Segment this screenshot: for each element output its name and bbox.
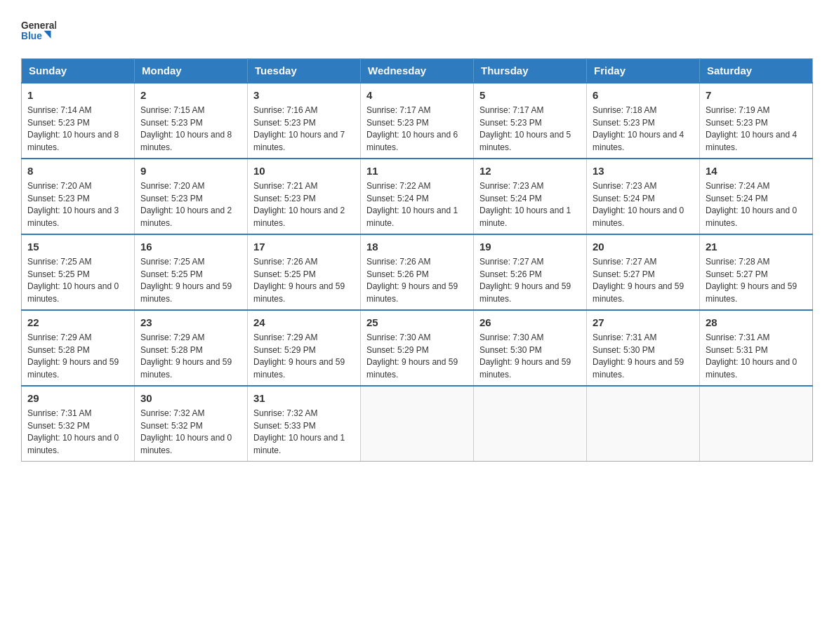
day-info: Sunrise: 7:20 AMSunset: 5:23 PMDaylight:… [140,181,232,228]
day-info: Sunrise: 7:20 AMSunset: 5:23 PMDaylight:… [27,181,119,228]
day-info: Sunrise: 7:22 AMSunset: 5:24 PMDaylight:… [366,181,458,228]
calendar-cell: 28 Sunrise: 7:31 AMSunset: 5:31 PMDaylig… [700,310,813,386]
calendar-cell: 6 Sunrise: 7:18 AMSunset: 5:23 PMDayligh… [587,83,700,159]
day-info: Sunrise: 7:32 AMSunset: 5:32 PMDaylight:… [140,408,232,455]
calendar-week-row: 22 Sunrise: 7:29 AMSunset: 5:28 PMDaylig… [22,310,813,386]
day-number: 17 [253,239,355,254]
column-header-saturday: Saturday [700,59,813,83]
day-number: 15 [27,239,128,254]
day-number: 31 [253,391,355,405]
column-header-wednesday: Wednesday [361,59,474,83]
day-number: 24 [253,315,355,330]
day-info: Sunrise: 7:31 AMSunset: 5:31 PMDaylight:… [706,333,797,380]
day-info: Sunrise: 7:27 AMSunset: 5:27 PMDaylight:… [593,257,684,304]
day-number: 21 [706,239,807,254]
day-number: 3 [253,88,355,102]
calendar-cell: 25 Sunrise: 7:30 AMSunset: 5:29 PMDaylig… [361,310,474,386]
calendar-cell: 23 Sunrise: 7:29 AMSunset: 5:28 PMDaylig… [135,310,248,386]
day-number: 22 [27,315,128,330]
calendar-cell [474,386,587,462]
day-info: Sunrise: 7:18 AMSunset: 5:23 PMDaylight:… [593,105,684,152]
day-info: Sunrise: 7:17 AMSunset: 5:23 PMDaylight:… [479,105,571,152]
day-info: Sunrise: 7:21 AMSunset: 5:23 PMDaylight:… [253,181,345,228]
day-info: Sunrise: 7:27 AMSunset: 5:26 PMDaylight:… [479,257,571,304]
column-header-monday: Monday [135,59,248,83]
calendar-cell: 17 Sunrise: 7:26 AMSunset: 5:25 PMDaylig… [248,234,361,310]
day-info: Sunrise: 7:14 AMSunset: 5:23 PMDaylight:… [27,105,119,152]
day-number: 2 [140,88,241,102]
day-info: Sunrise: 7:28 AMSunset: 5:27 PMDaylight:… [706,257,797,304]
day-info: Sunrise: 7:30 AMSunset: 5:30 PMDaylight:… [479,333,571,380]
day-info: Sunrise: 7:29 AMSunset: 5:29 PMDaylight:… [253,333,345,380]
calendar-week-row: 29 Sunrise: 7:31 AMSunset: 5:32 PMDaylig… [22,386,813,462]
calendar-cell: 9 Sunrise: 7:20 AMSunset: 5:23 PMDayligh… [135,159,248,234]
logo-icon: General Blue [21,14,56,46]
calendar-cell: 10 Sunrise: 7:21 AMSunset: 5:23 PMDaylig… [248,159,361,234]
svg-text:Blue: Blue [21,31,42,41]
day-number: 19 [479,239,581,254]
day-number: 4 [366,88,468,102]
day-info: Sunrise: 7:26 AMSunset: 5:26 PMDaylight:… [366,257,458,304]
day-number: 10 [253,163,355,178]
day-number: 13 [593,163,694,178]
day-number: 29 [27,391,128,405]
day-info: Sunrise: 7:23 AMSunset: 5:24 PMDaylight:… [593,181,684,228]
calendar-cell: 20 Sunrise: 7:27 AMSunset: 5:27 PMDaylig… [587,234,700,310]
calendar-cell [361,386,474,462]
day-info: Sunrise: 7:29 AMSunset: 5:28 PMDaylight:… [140,333,232,380]
day-info: Sunrise: 7:31 AMSunset: 5:32 PMDaylight:… [27,408,119,455]
day-number: 20 [593,239,694,254]
calendar-cell: 11 Sunrise: 7:22 AMSunset: 5:24 PMDaylig… [361,159,474,234]
calendar-cell: 31 Sunrise: 7:32 AMSunset: 5:33 PMDaylig… [248,386,361,462]
day-number: 1 [27,88,128,102]
column-header-thursday: Thursday [474,59,587,83]
calendar-week-row: 1 Sunrise: 7:14 AMSunset: 5:23 PMDayligh… [22,83,813,159]
day-info: Sunrise: 7:25 AMSunset: 5:25 PMDaylight:… [140,257,232,304]
calendar-cell: 21 Sunrise: 7:28 AMSunset: 5:27 PMDaylig… [700,234,813,310]
calendar-week-row: 15 Sunrise: 7:25 AMSunset: 5:25 PMDaylig… [22,234,813,310]
calendar-cell: 2 Sunrise: 7:15 AMSunset: 5:23 PMDayligh… [135,83,248,159]
svg-marker-1 [44,31,51,39]
day-info: Sunrise: 7:31 AMSunset: 5:30 PMDaylight:… [593,333,684,380]
calendar-cell: 16 Sunrise: 7:25 AMSunset: 5:25 PMDaylig… [135,234,248,310]
day-info: Sunrise: 7:30 AMSunset: 5:29 PMDaylight:… [366,333,458,380]
calendar-cell: 3 Sunrise: 7:16 AMSunset: 5:23 PMDayligh… [248,83,361,159]
day-number: 26 [479,315,581,330]
day-number: 12 [479,163,581,178]
calendar-cell [700,386,813,462]
calendar-cell: 1 Sunrise: 7:14 AMSunset: 5:23 PMDayligh… [22,83,135,159]
calendar-header-row: SundayMondayTuesdayWednesdayThursdayFrid… [22,59,813,83]
day-info: Sunrise: 7:17 AMSunset: 5:23 PMDaylight:… [366,105,458,152]
svg-text:General: General [21,20,56,31]
day-info: Sunrise: 7:19 AMSunset: 5:23 PMDaylight:… [706,105,797,152]
day-info: Sunrise: 7:25 AMSunset: 5:25 PMDaylight:… [27,257,119,304]
calendar-cell: 19 Sunrise: 7:27 AMSunset: 5:26 PMDaylig… [474,234,587,310]
day-number: 18 [366,239,468,254]
day-number: 25 [366,315,468,330]
calendar-cell: 22 Sunrise: 7:29 AMSunset: 5:28 PMDaylig… [22,310,135,386]
day-number: 14 [706,163,807,178]
day-number: 27 [593,315,694,330]
day-info: Sunrise: 7:32 AMSunset: 5:33 PMDaylight:… [253,408,345,455]
day-number: 23 [140,315,241,330]
calendar-cell: 15 Sunrise: 7:25 AMSunset: 5:25 PMDaylig… [22,234,135,310]
day-number: 28 [706,315,807,330]
calendar-cell [587,386,700,462]
day-info: Sunrise: 7:23 AMSunset: 5:24 PMDaylight:… [479,181,571,228]
calendar-cell: 14 Sunrise: 7:24 AMSunset: 5:24 PMDaylig… [700,159,813,234]
column-header-sunday: Sunday [22,59,135,83]
calendar-cell: 27 Sunrise: 7:31 AMSunset: 5:30 PMDaylig… [587,310,700,386]
day-info: Sunrise: 7:26 AMSunset: 5:25 PMDaylight:… [253,257,345,304]
day-info: Sunrise: 7:24 AMSunset: 5:24 PMDaylight:… [706,181,797,228]
calendar-cell: 12 Sunrise: 7:23 AMSunset: 5:24 PMDaylig… [474,159,587,234]
column-header-friday: Friday [587,59,700,83]
calendar-cell: 13 Sunrise: 7:23 AMSunset: 5:24 PMDaylig… [587,159,700,234]
column-header-tuesday: Tuesday [248,59,361,83]
calendar-cell: 7 Sunrise: 7:19 AMSunset: 5:23 PMDayligh… [700,83,813,159]
day-number: 16 [140,239,241,254]
day-info: Sunrise: 7:29 AMSunset: 5:28 PMDaylight:… [27,333,119,380]
page-header: General Blue [21,14,813,46]
day-number: 9 [140,163,241,178]
day-number: 5 [479,88,581,102]
calendar-cell: 26 Sunrise: 7:30 AMSunset: 5:30 PMDaylig… [474,310,587,386]
